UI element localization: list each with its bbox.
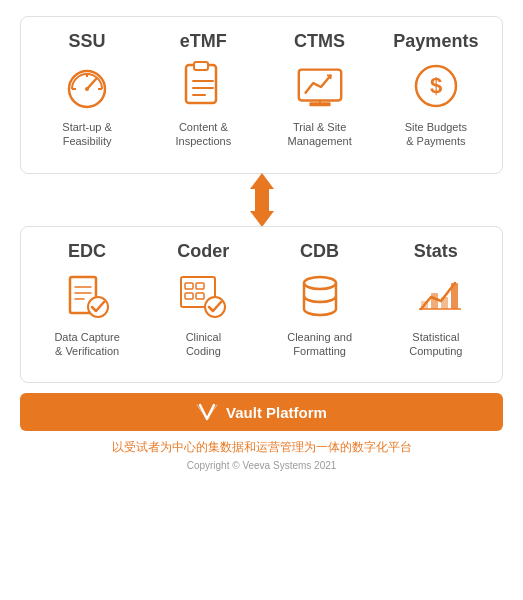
svg-line-1: [87, 79, 96, 89]
coder-icon: [177, 270, 229, 322]
col-payments: Payments $ Site Budgets& Payments: [385, 31, 487, 149]
col-payments-label: Payments: [393, 31, 478, 52]
edc-icon: [61, 270, 113, 322]
col-ctms-desc: Trial & SiteManagement: [288, 120, 352, 149]
arrow-body: [255, 189, 269, 211]
vault-platform-bar: Vault Platform: [20, 393, 503, 431]
col-cdb-desc: Cleaning andFormatting: [287, 330, 352, 359]
svg-rect-28: [421, 301, 428, 309]
stats-icon: [410, 270, 462, 322]
col-ssu-desc: Start-up &Feasibility: [62, 120, 112, 149]
svg-rect-22: [185, 283, 193, 289]
svg-rect-23: [196, 283, 204, 289]
svg-rect-7: [194, 62, 208, 70]
arrow-divider: [20, 174, 503, 226]
svg-rect-30: [441, 297, 448, 309]
svg-rect-31: [451, 283, 458, 309]
svg-text:$: $: [430, 73, 442, 98]
arrow-up: [250, 173, 274, 189]
vault-bar-label: Vault Platform: [196, 403, 327, 421]
col-coder-label: Coder: [177, 241, 229, 262]
etmf-icon: [177, 60, 229, 112]
col-edc: EDC Data Capture& Verification: [36, 241, 138, 359]
col-ssu: SSU Start-up &Feasibility: [36, 31, 138, 149]
col-stats-label: Stats: [414, 241, 458, 262]
ssu-icon: [61, 60, 113, 112]
col-stats-desc: StatisticalComputing: [409, 330, 462, 359]
col-etmf-desc: Content &Inspections: [176, 120, 232, 149]
col-edc-desc: Data Capture& Verification: [54, 330, 119, 359]
top-columns: SSU Start-up &Feasibility eTMF: [29, 31, 494, 149]
col-coder-desc: ClinicalCoding: [186, 330, 221, 359]
svg-rect-29: [431, 293, 438, 309]
top-box: SSU Start-up &Feasibility eTMF: [20, 16, 503, 174]
col-ssu-label: SSU: [69, 31, 106, 52]
bidirectional-arrow: [250, 173, 274, 227]
ctms-icon: [294, 60, 346, 112]
col-etmf-label: eTMF: [180, 31, 227, 52]
arrow-down: [250, 211, 274, 227]
bottom-box: EDC Data Capture& Verification Coder: [20, 226, 503, 384]
cdb-icon: [294, 270, 346, 322]
svg-point-2: [85, 87, 89, 91]
footer-copyright: Copyright © Veeva Systems 2021: [187, 460, 337, 471]
col-cdb: CDB Cleaning andFormatting: [268, 241, 370, 359]
svg-rect-25: [196, 293, 204, 299]
col-coder: Coder ClinicalCoding: [152, 241, 254, 359]
col-payments-desc: Site Budgets& Payments: [405, 120, 467, 149]
col-edc-label: EDC: [68, 241, 106, 262]
col-cdb-label: CDB: [300, 241, 339, 262]
svg-rect-11: [298, 70, 340, 101]
payments-icon: $: [410, 60, 462, 112]
svg-point-27: [304, 277, 336, 289]
col-ctms: CTMS Trial & SiteManagement: [268, 31, 370, 149]
col-stats: Stats StatisticalComputing: [385, 241, 487, 359]
bottom-columns: EDC Data Capture& Verification Coder: [29, 241, 494, 359]
svg-rect-24: [185, 293, 193, 299]
col-etmf: eTMF Content &Inspections: [152, 31, 254, 149]
col-ctms-label: CTMS: [294, 31, 345, 52]
footer-zh-text: 以受试者为中心的集数据和运营管理为一体的数字化平台: [112, 439, 412, 456]
